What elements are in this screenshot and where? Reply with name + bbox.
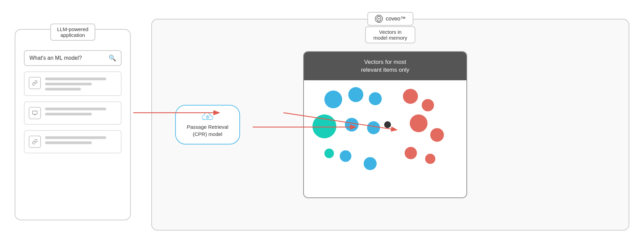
dot-blue-5: [367, 121, 380, 134]
result-line: [45, 136, 106, 139]
cpr-box: Passage Retrieval(CPR) model: [175, 105, 240, 144]
coveo-name-text: coveo™: [386, 16, 406, 22]
dot-red-3: [410, 114, 428, 132]
result-item-1: [24, 71, 122, 96]
vectors-header: Vectors for mostrelevant items only: [304, 52, 466, 81]
svg-point-2: [378, 18, 380, 19]
vectors-body: [304, 80, 466, 198]
coveo-logo-icon: [375, 15, 383, 23]
search-query: What's an ML model?: [29, 55, 109, 61]
dot-cyan-1: [312, 114, 336, 138]
result-line: [45, 78, 106, 80]
vectors-header-text: Vectors for mostrelevant items only: [361, 59, 409, 73]
cpr-label: Passage Retrieval(CPR) model: [187, 123, 228, 138]
dot-dark-center: [384, 121, 391, 128]
result-lines-2: [45, 107, 117, 115]
dot-blue-2: [348, 87, 363, 102]
llm-panel: LLM-poweredapplication What's an ML mode…: [15, 29, 131, 220]
dot-red-1: [403, 89, 418, 104]
dot-blue-4: [345, 118, 359, 132]
result-item-2: [24, 101, 122, 125]
cpr-icon: [202, 112, 213, 121]
result-item-3: [24, 130, 122, 153]
search-icon: 🔍: [109, 54, 116, 62]
dot-blue-7: [364, 157, 377, 170]
result-line: [45, 88, 81, 91]
result-icon-link-1: [29, 77, 41, 89]
result-icon-video-1: [29, 107, 41, 119]
dot-red-6: [425, 154, 435, 164]
dot-cyan-2: [324, 149, 334, 158]
coveo-inner: Vectors inmodel memory Passage Retriev: [237, 32, 544, 217]
coveo-panel: coveo™ Vectors inmodel memory: [151, 19, 629, 231]
result-line: [45, 83, 92, 85]
dot-red-4: [430, 128, 444, 142]
dot-blue-6: [340, 150, 351, 162]
result-lines-1: [45, 77, 117, 91]
result-line: [45, 141, 92, 144]
dot-blue-1: [324, 91, 342, 108]
llm-panel-label: LLM-poweredapplication: [50, 24, 95, 41]
coveo-logo-label: coveo™: [367, 12, 414, 26]
diagram-container: LLM-poweredapplication What's an ML mode…: [15, 9, 629, 241]
dot-red-5: [405, 147, 417, 159]
svg-point-4: [207, 116, 208, 117]
vectors-memory-label: Vectors inmodel memory: [365, 26, 415, 43]
search-box[interactable]: What's an ML model? 🔍: [24, 50, 122, 66]
dot-red-2: [422, 99, 434, 111]
svg-rect-0: [32, 111, 37, 114]
result-icon-link-2: [29, 136, 41, 148]
dot-blue-3: [369, 92, 382, 105]
result-line: [45, 108, 106, 110]
result-line: [45, 113, 92, 115]
result-lines-3: [45, 136, 117, 144]
vectors-inner-panel: Vectors for mostrelevant items only: [303, 51, 467, 198]
